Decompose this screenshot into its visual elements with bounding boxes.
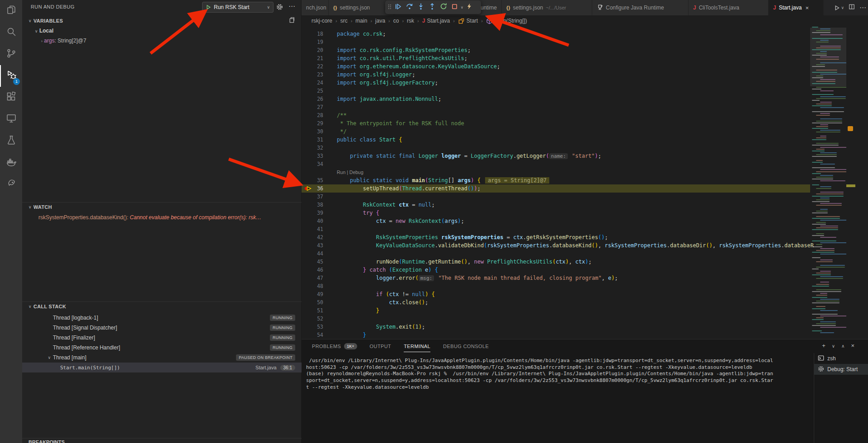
code-line[interactable]: 34 bbox=[302, 160, 868, 168]
breadcrumb-item[interactable]: main bbox=[355, 18, 367, 24]
call-stack-thread[interactable]: ∨Thread [main]PAUSED ON BREAKPOINT bbox=[22, 353, 302, 363]
chevron-down-icon[interactable]: ∨ bbox=[461, 5, 463, 9]
code-line[interactable]: 41 bbox=[302, 225, 868, 233]
code-line[interactable]: 54 } bbox=[302, 331, 868, 339]
panel-tab-problems[interactable]: PROBLEMS1K+ bbox=[312, 343, 357, 352]
code-line[interactable]: 39 try { bbox=[302, 209, 868, 217]
gear-icon[interactable] bbox=[276, 4, 283, 10]
stack-frame[interactable]: Start.main(String[])Start.java36:1 bbox=[22, 363, 302, 372]
activity-bar-item-run-and-debug[interactable]: 1 bbox=[0, 65, 22, 87]
terminal-instance-zsh[interactable]: zsh bbox=[814, 353, 868, 364]
call-stack-thread[interactable]: Thread [Signal Dispatcher]RUNNING bbox=[22, 323, 302, 333]
restart-button[interactable] bbox=[438, 1, 449, 13]
stop-button[interactable] bbox=[449, 1, 460, 13]
panel-tab-terminal[interactable]: TERMINAL bbox=[404, 343, 430, 352]
code-line[interactable]: 42 RskSystemProperties rskSystemProperti… bbox=[302, 233, 868, 241]
run-java-button[interactable]: ∨ bbox=[834, 5, 844, 11]
code-line[interactable]: 47 logger.error(msg: "The RSK node main … bbox=[302, 274, 868, 282]
code-line[interactable]: 26import javax.annotation.Nonnull; bbox=[302, 95, 868, 103]
code-line[interactable]: 20import co.rsk.config.RskSystemProperti… bbox=[302, 46, 868, 54]
code-line[interactable]: 35 public static void main(String[] args… bbox=[302, 176, 868, 184]
code-line[interactable]: 22import org.ethereum.datasource.KeyValu… bbox=[302, 62, 868, 71]
continue-button[interactable] bbox=[392, 1, 404, 13]
minimap[interactable] bbox=[810, 27, 846, 339]
code-line[interactable]: 53 System.exit(1); bbox=[302, 323, 868, 331]
tab-settings-json[interactable]: {}settings.json~/.../User bbox=[502, 0, 592, 15]
code-line[interactable]: 32 bbox=[302, 144, 868, 152]
code-line[interactable]: 43 KeyValueDataSource.validateDbKind(rsk… bbox=[302, 241, 868, 250]
panel-tab-output[interactable]: OUTPUT bbox=[370, 343, 392, 352]
launch-config-dropdown[interactable]: Run RSK Start ∨ bbox=[202, 2, 274, 13]
code-line[interactable]: 18package co.rsk; bbox=[302, 30, 868, 38]
code-line[interactable]: 23import org.slf4j.Logger; bbox=[302, 71, 868, 79]
code-line[interactable]: 30 */ bbox=[302, 127, 868, 136]
activity-bar-item-extensions[interactable] bbox=[0, 87, 22, 108]
code-line[interactable]: 49 if (ctx != null) { bbox=[302, 290, 868, 298]
more-actions-icon[interactable]: ⋯ bbox=[288, 2, 295, 10]
activity-bar-item-gradle[interactable] bbox=[0, 174, 22, 195]
variable-args[interactable]: › args: String[2]@7 bbox=[41, 38, 86, 44]
code-line[interactable]: 19 bbox=[302, 38, 868, 46]
tab-configure-java-runtime[interactable]: Configure Java Runtime bbox=[592, 0, 689, 15]
watch-section-header[interactable]: ∨ WATCH bbox=[28, 204, 52, 210]
step-into-button[interactable] bbox=[415, 1, 426, 13]
activity-bar-item-explorer[interactable] bbox=[0, 0, 22, 22]
tab-clitoolstest-java[interactable]: JCliToolsTest.java bbox=[689, 0, 769, 15]
variables-scope-local[interactable]: ∨ Local bbox=[35, 28, 53, 34]
code-line[interactable]: 27 bbox=[302, 103, 868, 111]
code-line[interactable]: 31public class Start { bbox=[302, 136, 868, 144]
terminal-instance-debug-start[interactable]: Debug: Start bbox=[814, 364, 868, 375]
watch-expression[interactable]: rskSystemProperties.databaseKind(): Cann… bbox=[38, 214, 297, 221]
call-stack-section-header[interactable]: ∨ CALL STACK bbox=[28, 304, 66, 309]
close-panel-icon[interactable]: × bbox=[851, 342, 854, 349]
code-line[interactable]: 25 bbox=[302, 87, 868, 95]
new-terminal-icon[interactable]: + bbox=[822, 342, 826, 349]
code-line[interactable]: 45 runNode(Runtime.getRuntime(), new Pre… bbox=[302, 258, 868, 266]
breadcrumb-item[interactable]: main(String[]) bbox=[486, 18, 527, 24]
hot-code-replace-button[interactable] bbox=[464, 1, 475, 13]
tab-start-java[interactable]: JStart.java× bbox=[769, 0, 824, 15]
code-line[interactable]: 21import co.rsk.util.PreflightChecksUtil… bbox=[302, 54, 868, 62]
breadcrumb-item[interactable]: java bbox=[375, 18, 385, 24]
maximize-panel-icon[interactable]: ∧ bbox=[841, 344, 844, 349]
breadcrumb-item[interactable]: rskj-core bbox=[311, 18, 332, 24]
tab-settings-json[interactable]: {}settings.json bbox=[329, 0, 394, 15]
panel-tab-debug-console[interactable]: DEBUG CONSOLE bbox=[443, 343, 489, 352]
code-line[interactable]: 36 setUpThread(Thread.currentThread()); bbox=[302, 184, 868, 193]
code-line[interactable]: 37 bbox=[302, 193, 868, 201]
terminal-output[interactable]: /usr/bin/env /Library/Internet\ Plug-Ins… bbox=[306, 358, 812, 391]
breadcrumb-item[interactable]: co bbox=[393, 18, 399, 24]
code-line[interactable]: 38 RskContext ctx = null; bbox=[302, 201, 868, 209]
more-actions-icon[interactable]: ⋯ bbox=[859, 4, 866, 12]
call-stack-thread[interactable]: Thread [logback-1]RUNNING bbox=[22, 313, 302, 323]
activity-bar-item-remote-explorer[interactable] bbox=[0, 108, 22, 130]
step-over-button[interactable] bbox=[404, 1, 415, 13]
window-icon[interactable] bbox=[288, 17, 295, 25]
code-line[interactable]: 46 } catch (Exception e) { bbox=[302, 266, 868, 274]
chevron-down-icon[interactable]: ∨ bbox=[832, 344, 835, 349]
breadcrumb-item[interactable]: src bbox=[340, 18, 348, 24]
codelens-row[interactable]: Run | Debug bbox=[302, 168, 868, 176]
code-line[interactable]: 40 ctx = new RskContext(args); bbox=[302, 217, 868, 225]
close-icon[interactable]: × bbox=[805, 5, 809, 11]
code-line[interactable]: 28/** bbox=[302, 111, 868, 119]
tab-nch-json[interactable]: nch.json bbox=[302, 0, 329, 15]
code-line[interactable]: 51 } bbox=[302, 306, 868, 315]
call-stack-thread[interactable]: Thread [Reference Handler]RUNNING bbox=[22, 343, 302, 353]
breadcrumb-item[interactable]: Start bbox=[458, 18, 478, 24]
code-line[interactable]: 29 * The entrypoint for the RSK full nod… bbox=[302, 119, 868, 127]
split-editor-icon[interactable] bbox=[849, 4, 855, 12]
code-line[interactable]: 33 private static final Logger logger = … bbox=[302, 152, 868, 160]
breadcrumb-item[interactable]: JStart.java bbox=[422, 18, 450, 24]
variables-section-header[interactable]: ∨ VARIABLES bbox=[28, 18, 63, 24]
activity-bar-item-testing[interactable] bbox=[0, 130, 22, 152]
code-line[interactable]: 44 bbox=[302, 250, 868, 258]
activity-bar-item-source-control[interactable] bbox=[0, 43, 22, 65]
code-line[interactable]: 52 bbox=[302, 315, 868, 323]
code-line[interactable]: 48 bbox=[302, 282, 868, 290]
drag-handle-icon[interactable] bbox=[387, 4, 392, 11]
activity-bar-item-docker[interactable] bbox=[0, 152, 22, 174]
activity-bar-item-search[interactable] bbox=[0, 22, 22, 43]
code-line[interactable]: 50 ctx.close(); bbox=[302, 298, 868, 306]
call-stack-thread[interactable]: Thread [Finalizer]RUNNING bbox=[22, 333, 302, 343]
